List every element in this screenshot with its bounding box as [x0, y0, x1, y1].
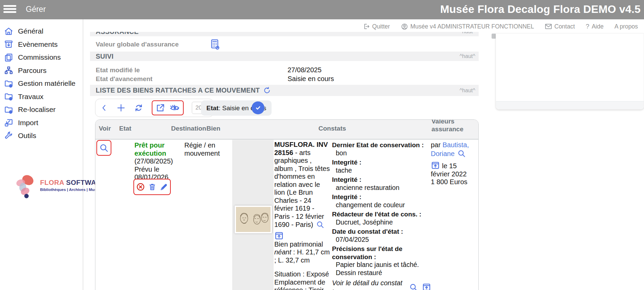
- exit-icon: [363, 23, 370, 30]
- sidebar-item-parcours[interactable]: Parcours: [0, 64, 83, 77]
- envelope-icon: [545, 23, 552, 30]
- top-links-row: Quitter Musée v4 ADMINISTRATEUR FONCTION…: [84, 20, 644, 33]
- etat-avancement-value: Saisie en cours: [288, 75, 334, 83]
- etat-status: Prêt pour exécution: [134, 141, 166, 157]
- sidebar-item-evenements[interactable]: Evènements: [0, 38, 83, 51]
- bien-thumbnail[interactable]: [235, 206, 272, 233]
- open-window-icon[interactable]: [274, 231, 330, 240]
- constat-item: Integrité :changement de couleur: [332, 193, 431, 209]
- table-header-row: Voir Etat Destination Bien Constats Vale…: [95, 120, 478, 139]
- etat-avancement-label: Etat d'avancement: [96, 75, 152, 83]
- col-bien: Bien: [206, 125, 220, 132]
- constat-item: Date du constat d'état :07/04/2025: [332, 228, 431, 244]
- check-circle-icon[interactable]: [252, 101, 264, 114]
- chevron-left-icon[interactable]: [100, 103, 108, 113]
- etat-modifie-value: 27/08/2025: [288, 66, 321, 74]
- constat-item: Integrité :tache: [332, 158, 431, 174]
- valeur-assurance-label: Valeur globale d'assurance: [96, 41, 179, 48]
- bien-emplacement: Emplacement de référence : Tiroir: [274, 278, 330, 290]
- plus-icon[interactable]: [116, 103, 126, 113]
- folder-globe-icon: [4, 79, 13, 88]
- sidebar-nav: Général Evènements Commissions Parcours …: [0, 19, 83, 290]
- col-constats: Constats: [318, 125, 346, 132]
- apropos-link[interactable]: A propos: [614, 23, 638, 30]
- biens-table: Voir Etat Destination Bien Constats Vale…: [95, 119, 479, 290]
- folder-globe-icon: [4, 92, 13, 101]
- constat-detail-row: Voir le détail du constat :: [332, 279, 431, 290]
- valeur-date: le 15 février 2022: [431, 161, 477, 178]
- bien-situation: Situation : Exposé: [274, 270, 330, 278]
- search-icon[interactable]: [457, 149, 466, 158]
- folder-globe-icon: [4, 105, 13, 114]
- constat-item: Précisions sur l'état de conservation :P…: [332, 245, 431, 277]
- col-voir: Voir: [99, 125, 111, 132]
- col-destination: Destination: [171, 125, 206, 132]
- sidebar-item-relocaliser[interactable]: Re-localiser: [0, 103, 83, 116]
- app-header: Gérer Musée Flora Decalog Flora DEMO v4.…: [0, 0, 644, 19]
- destination-cell: Régie / en mouvement: [184, 141, 222, 157]
- open-window-icon[interactable]: [422, 283, 431, 290]
- cancel-circle-icon[interactable]: [136, 182, 145, 191]
- liste-biens-title: LISTE DES BIENS RATTACHES A CE MOUVEMENT: [96, 86, 260, 94]
- scroll-top-link[interactable]: ^haut^: [460, 32, 475, 35]
- annotation-box-toolbar: [152, 100, 184, 115]
- etat-dates: (27/08/2025) Prévu le 08/01/2026: [134, 157, 173, 181]
- home-icon: [4, 27, 13, 36]
- constat-item: Rédacteur de l'état de cons. :Ducruet, J…: [332, 210, 431, 226]
- user-icon: [401, 23, 408, 30]
- bien-type: Bien patrimonial: [274, 240, 330, 249]
- annotation-box-voir: [96, 140, 111, 156]
- sidebar-item-commissions[interactable]: Commissions: [0, 51, 83, 64]
- sidebar-item-outils[interactable]: Outils: [0, 129, 83, 142]
- constats-cell: Dernier Etat de conservation :bon Integr…: [332, 141, 431, 290]
- hamburger-menu-icon[interactable]: [3, 4, 16, 15]
- scroll-top-link[interactable]: ^haut^: [460, 88, 475, 94]
- liste-biens-section-header: LISTE DES BIENS RATTACHES A CE MOUVEMENT…: [90, 85, 479, 96]
- documents-icon: [4, 53, 13, 62]
- sitemap-icon: [4, 66, 13, 75]
- menu-label[interactable]: Gérer: [26, 5, 46, 14]
- sidebar-item-travaux[interactable]: Travaux: [0, 90, 83, 103]
- app-title: Musée Flora Decalog Flora DEMO v4.5: [440, 3, 641, 16]
- assurance-section-title: ASSURANCE: [96, 32, 139, 36]
- user-menu[interactable]: Musée v4 ADMINISTRATEUR FONCTIONNEL: [401, 23, 534, 30]
- suivi-section-header: SUIVI ^haut^: [90, 52, 479, 61]
- open-external-icon[interactable]: [155, 103, 165, 113]
- calculator-icon[interactable]: [210, 39, 220, 50]
- brand-tagline: Bibliothèques | Archives | Musées: [40, 188, 103, 192]
- assurance-section-clipped: ASSURANCE ^haut^: [90, 32, 479, 36]
- aide-link[interactable]: ? Aide: [586, 23, 604, 30]
- archive-icon: [4, 40, 13, 49]
- search-icon[interactable]: [99, 143, 109, 153]
- bien-cell: MUSFLORA. INV 28156 - arts graphiques , …: [274, 141, 330, 290]
- valeurs-assurance-cell: par Bautista, Doriane le 15 février 2022…: [431, 141, 477, 186]
- pencil-icon[interactable]: [160, 182, 168, 191]
- open-window-icon[interactable]: [431, 161, 440, 170]
- col-etat: Etat: [119, 125, 131, 132]
- suivi-section-title: SUIVI: [96, 53, 113, 60]
- recycle-icon[interactable]: [134, 103, 144, 113]
- constat-detail-label: Voir le détail du constat :: [332, 279, 405, 290]
- sidebar-item-general[interactable]: Général: [0, 25, 83, 38]
- constat-item: Integrité :ancienne restauration: [332, 176, 431, 192]
- wrench-icon: [4, 131, 13, 140]
- search-icon[interactable]: [316, 220, 324, 229]
- trash-icon[interactable]: [148, 182, 157, 191]
- viewer-eye-icon[interactable]: [169, 103, 180, 113]
- search-icon[interactable]: [409, 283, 418, 290]
- bien-dimensions: néant : H. 21,7 cm ; L. 32,7 cm: [274, 248, 330, 264]
- valeur-redacteur: par Bautista, Doriane: [431, 141, 477, 158]
- etat-modifie-label: Etat modifié le: [96, 66, 140, 74]
- flora-butterfly-icon: [14, 172, 37, 202]
- scroll-top-link[interactable]: ^haut^: [460, 53, 475, 59]
- import-icon: [4, 118, 13, 127]
- quitter-link[interactable]: Quitter: [363, 23, 390, 30]
- col-valeurs-assurance: Valeurs assurance: [431, 119, 465, 133]
- etat-cell: Prêt pour exécution (27/08/2025) Prévu l…: [134, 141, 178, 181]
- contact-link[interactable]: Contact: [545, 23, 575, 30]
- app-root: { "header": { "menu_label": "Gérer", "ap…: [0, 0, 644, 290]
- bien-description: - arts graphiques , album , Trois têtes …: [274, 149, 330, 229]
- refresh-icon[interactable]: [263, 86, 271, 94]
- sidebar-item-import[interactable]: Import: [0, 116, 83, 130]
- sidebar-item-gestion-materielle[interactable]: Gestion matérielle: [0, 77, 83, 90]
